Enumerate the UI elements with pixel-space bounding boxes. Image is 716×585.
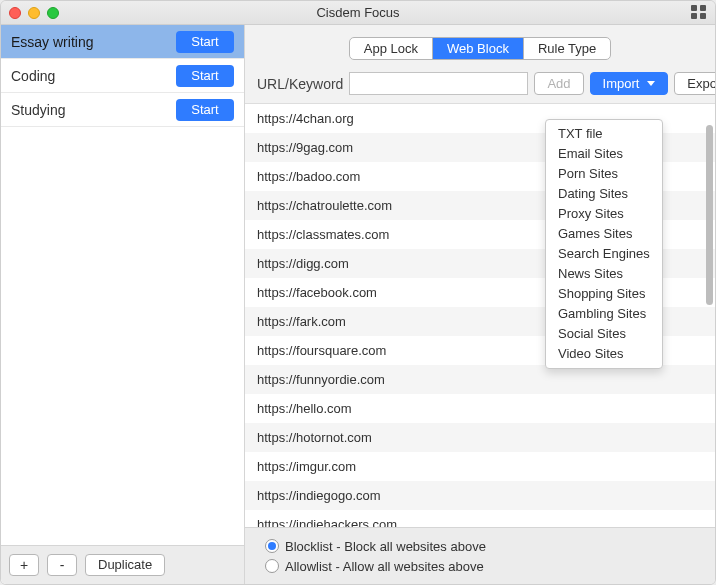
url-row[interactable]: https://indiehackers.com — [245, 510, 715, 527]
allowlist-radio[interactable]: Allowlist - Allow all websites above — [265, 556, 695, 576]
url-row[interactable]: https://hello.com — [245, 394, 715, 423]
sidebar-toolbar: + - Duplicate — [1, 545, 244, 584]
radio-icon — [265, 559, 279, 573]
import-option[interactable]: Dating Sites — [546, 184, 662, 204]
blocklist-radio[interactable]: Blocklist - Block all websites above — [265, 536, 695, 556]
export-button[interactable]: Export — [674, 72, 716, 95]
profile-item[interactable]: Studying Start — [1, 93, 244, 127]
import-option[interactable]: Shopping Sites — [546, 284, 662, 304]
chevron-down-icon — [647, 81, 655, 86]
profile-name: Coding — [11, 68, 55, 84]
maximize-icon[interactable] — [47, 7, 59, 19]
grid-icon[interactable] — [691, 5, 707, 19]
import-option[interactable]: Email Sites — [546, 144, 662, 164]
radio-icon — [265, 539, 279, 553]
profile-list: Essay writing Start Coding Start Studyin… — [1, 25, 244, 545]
add-profile-button[interactable]: + — [9, 554, 39, 576]
import-dropdown: TXT file Email Sites Porn Sites Dating S… — [545, 119, 663, 369]
start-button[interactable]: Start — [176, 65, 234, 87]
profile-name: Essay writing — [11, 34, 93, 50]
import-option[interactable]: Proxy Sites — [546, 204, 662, 224]
import-button[interactable]: Import — [590, 72, 669, 95]
minimize-icon[interactable] — [28, 7, 40, 19]
tab-rule-type[interactable]: Rule Type — [524, 38, 610, 59]
allowlist-label: Allowlist - Allow all websites above — [285, 559, 484, 574]
add-url-button[interactable]: Add — [534, 72, 583, 95]
tab-app-lock[interactable]: App Lock — [350, 38, 433, 59]
scrollbar[interactable] — [706, 125, 713, 305]
remove-profile-button[interactable]: - — [47, 554, 77, 576]
import-label: Import — [603, 73, 640, 94]
filter-row: URL/Keyword Add Import Export — [245, 68, 715, 103]
titlebar: Cisdem Focus — [1, 1, 715, 25]
url-row[interactable]: https://indiegogo.com — [245, 481, 715, 510]
close-icon[interactable] — [9, 7, 21, 19]
profile-item[interactable]: Coding Start — [1, 59, 244, 93]
start-button[interactable]: Start — [176, 31, 234, 53]
segmented-control: App Lock Web Block Rule Type — [349, 37, 611, 60]
import-option[interactable]: News Sites — [546, 264, 662, 284]
traffic-lights — [9, 7, 59, 19]
profile-name: Studying — [11, 102, 65, 118]
window-body: Essay writing Start Coding Start Studyin… — [1, 25, 715, 584]
blocklist-label: Blocklist - Block all websites above — [285, 539, 486, 554]
sidebar: Essay writing Start Coding Start Studyin… — [1, 25, 245, 584]
profile-item[interactable]: Essay writing Start — [1, 25, 244, 59]
window-title: Cisdem Focus — [1, 5, 715, 20]
import-option[interactable]: Porn Sites — [546, 164, 662, 184]
import-option[interactable]: Search Engines — [546, 244, 662, 264]
url-row[interactable]: https://hotornot.com — [245, 423, 715, 452]
import-option[interactable]: Games Sites — [546, 224, 662, 244]
tabs-row: App Lock Web Block Rule Type — [245, 25, 715, 68]
url-row[interactable]: https://funnyordie.com — [245, 365, 715, 394]
url-keyword-input[interactable] — [349, 72, 528, 95]
start-button[interactable]: Start — [176, 99, 234, 121]
duplicate-button[interactable]: Duplicate — [85, 554, 165, 576]
import-option[interactable]: Social Sites — [546, 324, 662, 344]
import-option[interactable]: TXT file — [546, 124, 662, 144]
tab-web-block[interactable]: Web Block — [433, 38, 524, 59]
import-option[interactable]: Video Sites — [546, 344, 662, 364]
url-keyword-label: URL/Keyword — [257, 76, 343, 92]
url-row[interactable]: https://imgur.com — [245, 452, 715, 481]
app-window: Cisdem Focus Essay writing Start Coding … — [0, 0, 716, 585]
main-panel: App Lock Web Block Rule Type URL/Keyword… — [245, 25, 715, 584]
list-mode: Blocklist - Block all websites above All… — [245, 527, 715, 584]
import-option[interactable]: Gambling Sites — [546, 304, 662, 324]
